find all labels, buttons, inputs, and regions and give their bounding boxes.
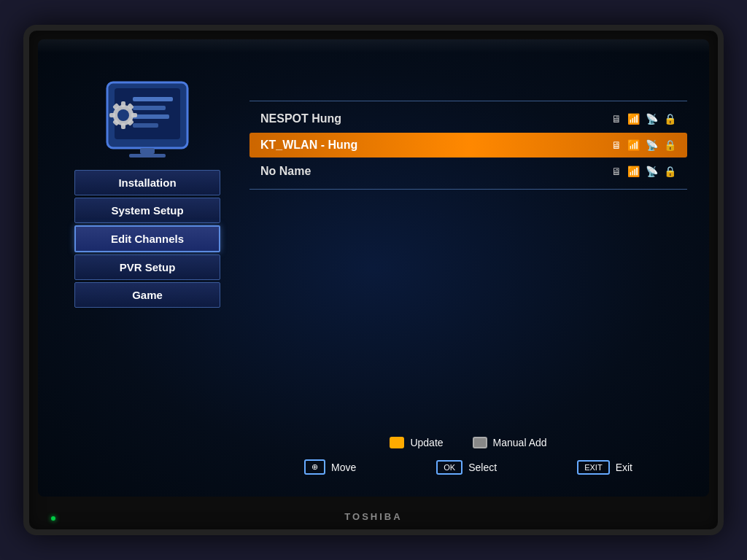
left-panel: Installation System Setup Edit Channels … [60, 68, 235, 482]
menu-item-game[interactable]: Game [74, 282, 220, 308]
svg-rect-2 [133, 97, 173, 101]
settings-icon [100, 75, 195, 163]
network-name: No Name [260, 165, 611, 178]
network-name: NESPOT Hung [260, 112, 611, 125]
svg-rect-11 [131, 113, 137, 117]
network-name: KT_WLAN - Hung [260, 139, 611, 152]
nav-move: ⊕ Move [304, 459, 356, 475]
yellow-button[interactable] [390, 437, 404, 448]
menu-item-pvr-setup[interactable]: PVR Setup [74, 254, 220, 280]
top-divider [249, 101, 687, 101]
select-label: Select [468, 462, 497, 473]
network-item-no-name[interactable]: No Name 🖥 📶 📡 🔒 [249, 159, 687, 184]
lock-icon: 🔒 [664, 166, 676, 177]
network-item-kt-wlan[interactable]: KT_WLAN - Hung 🖥 📶 📡 🔒 [249, 133, 687, 158]
svg-rect-8 [121, 101, 125, 107]
bottom-bar: Update Manual Add ⊕ Move OK [249, 429, 687, 482]
wifi-icon: 📶 [627, 113, 640, 125]
gray-button[interactable] [473, 437, 487, 448]
tv-monitor: Installation System Setup Edit Channels … [23, 25, 724, 535]
tv-brand: TOSHIBA [344, 511, 402, 522]
monitor-icon: 🖥 [611, 139, 622, 151]
monitor-icon: 🖥 [611, 166, 622, 177]
right-panel: NESPOT Hung 🖥 📶 📡 🔒 KT_WLAN - Hung 🖥 [249, 68, 687, 482]
bottom-divider [249, 189, 687, 190]
nav-row: ⊕ Move OK Select EXIT Exit [249, 456, 687, 478]
network-list: NESPOT Hung 🖥 📶 📡 🔒 KT_WLAN - Hung 🖥 [249, 90, 687, 429]
exit-label: Exit [616, 462, 632, 473]
lock-icon: 🔒 [664, 113, 676, 125]
signal-icon: 📡 [646, 113, 658, 125]
svg-rect-4 [133, 114, 169, 119]
svg-point-7 [117, 109, 129, 121]
move-button[interactable]: ⊕ [304, 459, 325, 475]
menu-item-edit-channels[interactable]: Edit Channels [74, 225, 220, 252]
signal-icon: 📡 [646, 166, 658, 177]
network-icons-kt-wlan: 🖥 📶 📡 🔒 [611, 139, 676, 151]
action-update: Update [390, 437, 443, 448]
svg-rect-5 [133, 123, 158, 128]
menu-list: Installation System Setup Edit Channels … [74, 170, 220, 308]
update-label: Update [410, 437, 443, 448]
action-row: Update Manual Add [249, 437, 687, 448]
nav-select: OK Select [436, 460, 497, 475]
network-icons-no-name: 🖥 📶 📡 🔒 [611, 166, 676, 177]
ok-button[interactable]: OK [436, 460, 462, 475]
svg-rect-10 [109, 113, 115, 117]
nav-exit: EXIT Exit [577, 460, 632, 475]
tv-screen: Installation System Setup Edit Channels … [38, 39, 709, 497]
power-led [51, 516, 55, 521]
wifi-icon: 📶 [627, 166, 640, 177]
manual-add-label: Manual Add [493, 437, 547, 448]
svg-rect-16 [140, 148, 155, 154]
wifi-icon: 📶 [627, 139, 640, 151]
lock-icon: 🔒 [664, 139, 676, 151]
svg-rect-17 [129, 154, 166, 158]
monitor-icon: 🖥 [611, 113, 622, 125]
network-item-nespot[interactable]: NESPOT Hung 🖥 📶 📡 🔒 [249, 106, 687, 131]
menu-item-system-setup[interactable]: System Setup [74, 198, 220, 223]
signal-icon: 📡 [646, 139, 658, 151]
action-manual-add: Manual Add [473, 437, 547, 448]
exit-button[interactable]: EXIT [577, 460, 609, 475]
menu-item-installation[interactable]: Installation [74, 170, 220, 195]
network-icons-nespot: 🖥 📶 📡 🔒 [611, 113, 676, 125]
svg-rect-9 [121, 123, 125, 129]
move-label: Move [331, 462, 356, 473]
svg-rect-3 [133, 106, 166, 110]
